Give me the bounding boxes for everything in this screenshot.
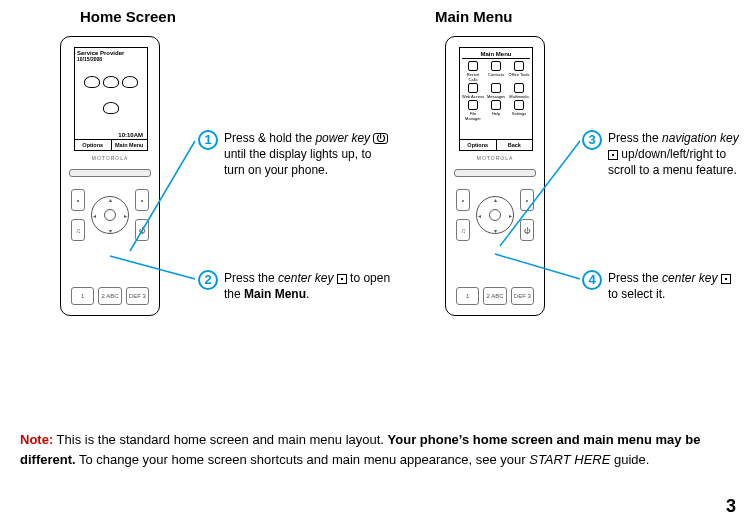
menu-item[interactable]: Recent Calls [462,61,484,82]
brand-label: MOTOROLA [446,155,544,161]
menu-item-icon [491,100,501,110]
menu-item-icon [514,61,524,71]
menu-item-icon [514,100,524,110]
menu-item-label: Recent Calls [462,72,484,82]
menu-item-icon [514,83,524,93]
home-date: 10/15/2008 [77,56,145,62]
menu-title: Main Menu [462,50,530,59]
phone-main-menu: Main Menu Recent CallsContactsOffice Too… [425,36,565,316]
menu-item[interactable]: Web Access [462,83,484,99]
key-3[interactable]: DEF 3 [126,287,149,305]
key-1[interactable]: 1 [71,287,94,305]
softkey-main-menu[interactable]: Main Menu [112,140,148,150]
phone-home: Service Provider 10/15/2008 10:10AM Opti… [40,36,180,316]
key-2[interactable]: 2 ABC [98,287,121,305]
menu-item-icon [491,61,501,71]
menu-item[interactable]: Multimedia [508,83,530,99]
badge-3: 3 [582,130,602,150]
phone-hinge [69,169,151,177]
callout-3: 3 Press the navigation key up/down/left/… [608,130,748,179]
menu-item-label: Messages [487,94,505,99]
center-key-icon [337,274,347,284]
menu-item[interactable]: Messages [485,83,507,99]
left-softkey-button[interactable]: • [456,189,470,211]
phone-body: Main Menu Recent CallsContactsOffice Too… [445,36,545,316]
callout-4: 4 Press the center key to select it. [608,270,738,302]
brand-label: MOTOROLA [61,155,159,161]
badge-2: 2 [198,270,218,290]
key-3[interactable]: DEF 3 [511,287,534,305]
power-key[interactable]: ⏻ [135,219,149,241]
menu-item-icon [468,100,478,110]
home-time: 10:10AM [118,132,143,138]
menu-item-label: Office Tools [509,72,530,77]
menu-item-label: Settings [512,111,526,116]
menu-item[interactable]: Contacts [485,61,507,82]
softkey-back[interactable]: Back [497,140,533,150]
badge-4: 4 [582,270,602,290]
center-key-icon [721,274,731,284]
power-key-icon: ⏻ [373,133,388,144]
note-label: Note: [20,432,53,447]
music-key[interactable]: ♫ [71,219,85,241]
key-2[interactable]: 2 ABC [483,287,506,305]
page-number: 3 [726,496,736,517]
navigation-key-icon [608,150,618,160]
right-softkey-button[interactable]: • [520,189,534,211]
phone-screen-menu: Main Menu Recent CallsContactsOffice Too… [459,47,533,151]
heading-home-screen: Home Screen [80,8,176,25]
softkey-options[interactable]: Options [75,140,112,150]
menu-item-label: Help [492,111,500,116]
center-key[interactable] [489,209,501,221]
phone-hinge [454,169,536,177]
phone-screen-home: Service Provider 10/15/2008 10:10AM Opti… [74,47,148,151]
callout-2: 2 Press the center key to open the Main … [224,270,394,302]
menu-item-icon [468,61,478,71]
menu-item[interactable]: Settings [508,100,530,121]
phone-body: Service Provider 10/15/2008 10:10AM Opti… [60,36,160,316]
music-key[interactable]: ♫ [456,219,470,241]
keypad: • • ♫ ⏻ ▴ ▾ ◂ ▸ 1 2 ABC DEF 3 [71,185,149,307]
menu-item-label: File Manager [462,111,484,121]
menu-item[interactable]: Office Tools [508,61,530,82]
menu-grid: Recent CallsContactsOffice ToolsWeb Acce… [462,59,530,121]
menu-item-label: Web Access [462,94,484,99]
menu-item[interactable]: File Manager [462,100,484,121]
key-1[interactable]: 1 [456,287,479,305]
home-shortcut-icons [75,70,147,120]
badge-1: 1 [198,130,218,150]
heading-main-menu: Main Menu [435,8,513,25]
menu-item-icon [468,83,478,93]
note-paragraph: Note: This is the standard home screen a… [20,430,736,469]
center-key[interactable] [104,209,116,221]
menu-item[interactable]: Help [485,100,507,121]
right-softkey-button[interactable]: • [135,189,149,211]
softkey-options[interactable]: Options [460,140,497,150]
menu-item-icon [491,83,501,93]
power-key[interactable]: ⏻ [520,219,534,241]
left-softkey-button[interactable]: • [71,189,85,211]
keypad: • • ♫ ⏻ ▴ ▾ ◂ ▸ 1 2 ABC DEF 3 [456,185,534,307]
callout-1: 1 Press & hold the power key ⏻ until the… [224,130,394,179]
menu-item-label: Contacts [488,72,504,77]
menu-item-label: Multimedia [509,94,528,99]
